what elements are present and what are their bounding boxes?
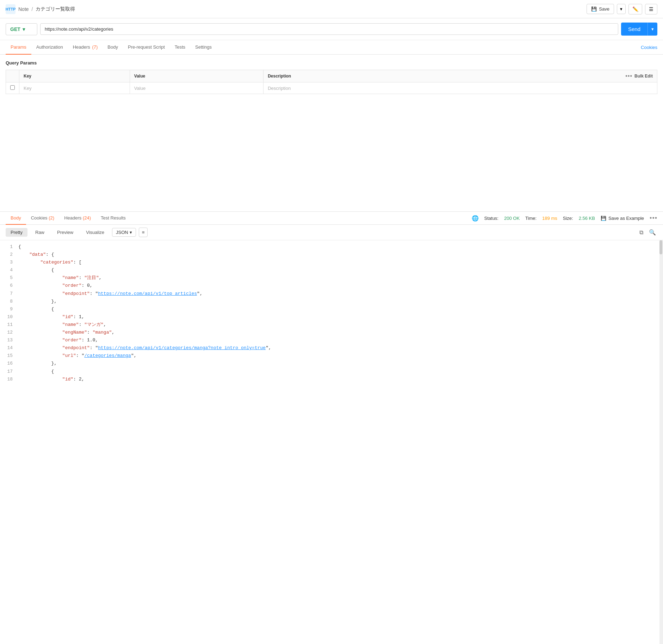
- desc-cell[interactable]: Description: [264, 82, 657, 94]
- copy-button[interactable]: ⧉: [638, 228, 645, 237]
- params-table: Key Value Description ••• Bulk Edit: [6, 70, 657, 94]
- search-button[interactable]: 🔍: [647, 228, 657, 237]
- json-line-9: 9 {: [6, 305, 657, 313]
- view-raw-button[interactable]: Raw: [30, 228, 49, 237]
- tab-headers[interactable]: Headers (7): [68, 40, 103, 55]
- cookies-badge: (2): [49, 215, 54, 221]
- json-line-16: 16 },: [6, 360, 657, 367]
- tab-params[interactable]: Params: [6, 40, 31, 55]
- response-status: 🌐 Status: 200 OK Time: 189 ms Size: 2.56…: [472, 215, 657, 222]
- view-pretty-button[interactable]: Pretty: [6, 228, 27, 237]
- json-line-15: 15 "url": "/categories/manga",: [6, 352, 657, 360]
- json-line-1: 1 {: [6, 243, 657, 251]
- send-dropdown-button[interactable]: ▾: [647, 23, 657, 36]
- url-input[interactable]: [40, 23, 618, 35]
- send-group: Send ▾: [621, 23, 657, 36]
- save-icon: 💾: [591, 6, 597, 12]
- json-line-6: 6 "order": 0,: [6, 282, 657, 290]
- tab-settings[interactable]: Settings: [190, 40, 217, 55]
- globe-icon: 🌐: [472, 215, 479, 222]
- scrollbar-thumb[interactable]: [659, 240, 662, 254]
- app-icon: HTTP: [6, 4, 16, 14]
- row-checkbox-cell: [6, 82, 19, 94]
- breadcrumb-root: Note: [18, 6, 29, 12]
- scrollbar-track[interactable]: [659, 240, 663, 644]
- more-dots-icon: •••: [625, 73, 632, 79]
- json-line-13: 13 "order": 1.0,: [6, 336, 657, 344]
- json-line-14: 14 "endpoint": "https://note.com/api/v1/…: [6, 344, 657, 352]
- send-button[interactable]: Send: [621, 23, 647, 36]
- desc-col-header: Description ••• Bulk Edit: [264, 70, 657, 82]
- json-line-3: 3 "categories": [: [6, 259, 657, 266]
- header-left: HTTP Note / カテゴリー覧取得: [6, 4, 75, 14]
- response-tab-test-results[interactable]: Test Results: [96, 212, 131, 225]
- view-visualize-button[interactable]: Visualize: [81, 228, 109, 237]
- json-line-11: 11 "name": "マンガ",: [6, 321, 657, 329]
- status-value: 200 OK: [504, 216, 520, 221]
- endpoint-link-1[interactable]: https://note.com/api/v1/top_articles: [98, 291, 197, 296]
- comment-button[interactable]: ☰: [645, 4, 657, 14]
- save-dropdown-button[interactable]: ▾: [617, 4, 626, 14]
- breadcrumb-separator: /: [32, 6, 33, 12]
- breadcrumb-current: カテゴリー覧取得: [36, 6, 75, 12]
- response-tab-cookies[interactable]: Cookies (2): [26, 212, 59, 225]
- key-col-header: Key: [19, 70, 130, 82]
- checkbox-col-header: [6, 70, 19, 82]
- response-headers-badge: (24): [83, 215, 91, 221]
- query-params-section: Query Params Key Value Description ••• B…: [0, 55, 663, 94]
- json-line-12: 12 "engName": "manga",: [6, 329, 657, 336]
- json-line-18: 18 "id": 2,: [6, 376, 657, 383]
- save-button[interactable]: 💾 Save: [587, 4, 614, 14]
- url-bar: GET ▾ Send ▾: [0, 18, 663, 40]
- request-tabs: Params Authorization Headers (7) Body Pr…: [0, 40, 663, 55]
- response-tabs: Body Cookies (2) Headers (24) Test Resul…: [0, 212, 663, 225]
- row-checkbox[interactable]: [10, 85, 15, 90]
- time-label: Time:: [525, 216, 537, 221]
- method-chevron-icon: ▾: [23, 26, 25, 32]
- wrap-button[interactable]: ≡: [139, 228, 148, 237]
- json-line-4: 4 {: [6, 266, 657, 274]
- response-tab-body[interactable]: Body: [6, 212, 26, 225]
- headers-badge: (7): [92, 44, 98, 50]
- comment-icon: ☰: [649, 6, 653, 12]
- json-line-8: 8 },: [6, 298, 657, 305]
- size-value: 2.56 KB: [579, 216, 595, 221]
- json-line-10: 10 "id": 1,: [6, 313, 657, 321]
- response-tools: ⧉ 🔍: [638, 228, 657, 237]
- tab-authorization[interactable]: Authorization: [31, 40, 68, 55]
- query-params-title: Query Params: [6, 60, 657, 66]
- send-chevron-icon: ▾: [651, 26, 654, 32]
- response-section: Body Cookies (2) Headers (24) Test Resul…: [0, 211, 663, 644]
- time-value: 189 ms: [542, 216, 557, 221]
- wrap-icon: ≡: [142, 230, 145, 235]
- more-options-button[interactable]: •••: [650, 215, 657, 222]
- method-label: GET: [10, 26, 20, 32]
- edit-button[interactable]: ✏️: [628, 4, 642, 14]
- table-row: Key Value Description: [6, 82, 657, 94]
- format-select[interactable]: JSON ▾: [112, 228, 136, 237]
- view-preview-button[interactable]: Preview: [52, 228, 78, 237]
- key-cell[interactable]: Key: [19, 82, 130, 94]
- url-link-1[interactable]: /categories/manga: [84, 353, 131, 358]
- save-as-example-button[interactable]: 💾 Save as Example: [601, 216, 644, 221]
- header-right: 💾 Save ▾ ✏️ ☰: [587, 4, 657, 14]
- size-label: Size:: [563, 216, 573, 221]
- chevron-down-icon: ▾: [620, 6, 622, 12]
- bulk-edit[interactable]: ••• Bulk Edit: [625, 73, 653, 79]
- response-tab-headers[interactable]: Headers (24): [59, 212, 96, 225]
- save-icon: 💾: [601, 216, 606, 221]
- json-line-5: 5 "name": "注目",: [6, 274, 657, 282]
- cookies-link[interactable]: Cookies: [641, 45, 657, 50]
- value-col-header: Value: [130, 70, 263, 82]
- endpoint-link-2[interactable]: https://note.com/api/v1/categories/manga…: [98, 345, 266, 351]
- json-viewer[interactable]: 1 { 2 "data": { 3 "categories": [ 4 { 5 …: [0, 240, 663, 644]
- format-chevron-icon: ▾: [130, 230, 132, 235]
- value-cell[interactable]: Value: [130, 82, 263, 94]
- tab-body[interactable]: Body: [103, 40, 123, 55]
- method-select[interactable]: GET ▾: [6, 23, 37, 35]
- json-line-2: 2 "data": {: [6, 251, 657, 259]
- tabs-right: Cookies: [641, 45, 657, 50]
- app-header: HTTP Note / カテゴリー覧取得 💾 Save ▾ ✏️ ☰: [0, 0, 663, 18]
- tab-pre-request-script[interactable]: Pre-request Script: [123, 40, 170, 55]
- tab-tests[interactable]: Tests: [170, 40, 190, 55]
